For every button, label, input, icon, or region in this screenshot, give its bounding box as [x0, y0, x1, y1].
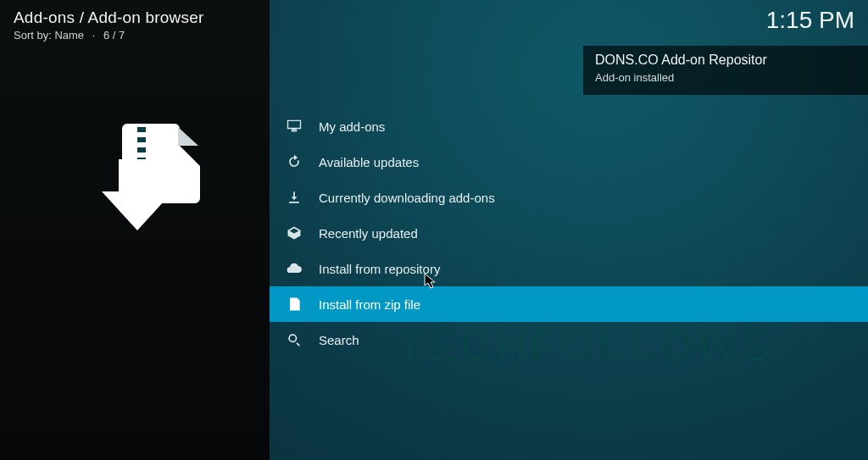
- menu-item-search[interactable]: Search: [270, 322, 868, 357]
- menu-item-available-updates[interactable]: Available updates: [270, 144, 868, 180]
- separator-dot: ·: [87, 29, 101, 42]
- breadcrumb: Add-ons / Add-on browser: [14, 8, 203, 27]
- list-position: 6 / 7: [103, 29, 125, 42]
- notification-toast: DONS.CO Add-on Repositor Add-on installe…: [583, 46, 868, 95]
- toast-subtitle: Add-on installed: [595, 71, 858, 84]
- menu-item-install-from-zip[interactable]: Install from zip file: [270, 286, 868, 322]
- mouse-cursor: [424, 273, 437, 290]
- toast-title: DONS.CO Add-on Repositor: [595, 53, 858, 68]
- zip-icon: [285, 295, 303, 313]
- menu-item-label: Search: [319, 333, 359, 347]
- menu-item-currently-downloading[interactable]: Currently downloading add-ons: [270, 180, 868, 215]
- menu-item-label: Available updates: [319, 155, 419, 169]
- menu-item-install-from-repository[interactable]: Install from repository: [270, 251, 868, 286]
- box-icon: [285, 224, 303, 242]
- menu-item-label: Recently updated: [319, 226, 418, 241]
- sidebar: Add-ons / Add-on browser Sort by: Name ·…: [0, 0, 270, 460]
- cloud-icon: [285, 259, 303, 278]
- menu-item-label: Install from repository: [319, 262, 440, 276]
- download-icon: [285, 188, 303, 207]
- addon-browser-menu: My add-ons Available updates Currently d…: [270, 108, 868, 357]
- menu-item-label: Install from zip file: [319, 297, 420, 312]
- menu-item-recently-updated[interactable]: Recently updated: [270, 215, 868, 251]
- content-pane: 1:15 PM DONS.CO Add-on Repositor Add-on …: [270, 0, 868, 460]
- menu-item-label: Currently downloading add-ons: [319, 191, 495, 205]
- svg-rect-1: [137, 127, 146, 132]
- clock: 1:15 PM: [766, 7, 854, 34]
- menu-item-label: My add-ons: [319, 119, 385, 134]
- sort-label: Sort by: Name: [14, 29, 84, 42]
- addon-browser-hero-icon: [78, 119, 203, 237]
- search-icon: [285, 330, 303, 349]
- svg-rect-2: [137, 137, 146, 142]
- menu-item-my-addons[interactable]: My add-ons: [270, 108, 868, 144]
- monitor-icon: [285, 117, 303, 136]
- sort-line: Sort by: Name · 6 / 7: [14, 29, 125, 42]
- svg-rect-3: [137, 147, 146, 152]
- refresh-icon: [285, 152, 303, 171]
